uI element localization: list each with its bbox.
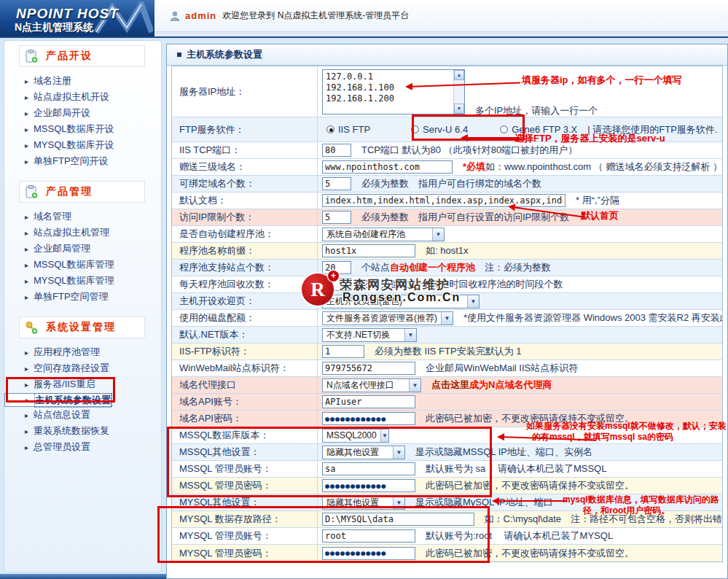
chevron-down-icon[interactable]: ▼ (380, 430, 388, 442)
textarea-scrollbar[interactable]: ▲▼ (453, 70, 464, 114)
sidebar-item[interactable]: ▸域名注册 (4, 73, 161, 89)
dropdown-select[interactable]: 不支持.NET切换▼ (322, 328, 417, 342)
sidebar-item-label: 企业邮局管理 (34, 242, 90, 255)
sidebar-item[interactable]: ▸企业邮局开设 (4, 105, 161, 121)
table-row: WinWebMail站点标识符：企业邮局WinWebMail IIS站点标识符 (172, 360, 722, 377)
text-input[interactable] (322, 211, 351, 224)
server-ip-textarea[interactable]: 127.0.0.1 192.168.1.100 192.168.1.200 (322, 69, 465, 114)
sidebar-item-label: 主机系统参数设置 (34, 393, 111, 408)
sidebar-item[interactable]: ▸企业邮局管理 (4, 241, 161, 257)
field-note: * 用“,”分隔 (576, 194, 619, 207)
radio-button-icon[interactable] (500, 125, 508, 133)
scroll-up-icon[interactable]: ▲ (454, 70, 464, 80)
bullet-icon: ▸ (25, 349, 28, 357)
table-row: 赠送三级域名：*必填 如：www.npointhost.com （ 赠送域名必须… (172, 159, 722, 176)
password-input[interactable] (322, 547, 415, 560)
sidebar-item[interactable]: ▸域名管理 (4, 209, 161, 225)
sidebar-item-label: 重装系统数据恢复 (34, 424, 109, 438)
field-control-cell: 文件服务器资源管理器(推荐)▼*使用文件服务器资源管理器 Windows 200… (318, 310, 722, 326)
bullet-icon: ▸ (26, 396, 29, 404)
title-bullet-icon (177, 53, 181, 57)
field-label: MSSQL 管理员账号： (172, 461, 318, 477)
text-input[interactable] (322, 529, 415, 543)
scroll-down-icon[interactable]: ▼ (454, 104, 464, 114)
field-control-cell: TCP端口 默认为80 （此项针对80端口被封的用户） (318, 142, 722, 158)
field-label: 程序池名称前缀： (172, 243, 318, 259)
chevron-down-icon[interactable]: ▼ (432, 228, 444, 241)
password-input[interactable] (322, 479, 415, 492)
text-input[interactable] (322, 177, 351, 190)
sidebar-item[interactable]: ▸MSSQL数据库管理 (4, 257, 161, 273)
chevron-down-icon[interactable]: ▼ (393, 446, 404, 459)
field-note: 默认账号为:root 请确认本机已装了MYSQL (426, 529, 613, 543)
field-label: IIS TCP端口： (172, 142, 318, 158)
field-control-cell: 必须为整数 指每天定时回收程序池的时间段个数 (318, 276, 722, 292)
sidebar-item[interactable]: ▸空间存放路径设置 (4, 360, 161, 376)
sidebar-item[interactable]: ▸MSSQL数据库开设 (4, 121, 161, 137)
text-input[interactable] (322, 345, 364, 358)
table-row: MSSQL数据库版本：MSSQL2000▼ (172, 427, 722, 444)
table-row: MSSQL 管理员账号：默认账号为 sa 请确认本机已装了MSSQL (172, 461, 722, 478)
table-row: 可绑定域名个数：必须为整数 指用户可自行绑定的域名个数 (172, 176, 722, 193)
sidebar-item[interactable]: ▸站点信息设置 (4, 407, 161, 423)
radio-option[interactable]: IIS FTP (326, 124, 370, 135)
dropdown-select[interactable]: 主机开设页面(蓝色)▼ (322, 295, 480, 308)
welcome-text: 欢迎您登录到 N点虚拟主机管理系统-管理员平台 (222, 9, 409, 22)
text-input[interactable] (322, 278, 351, 291)
chevron-down-icon[interactable]: ▼ (404, 329, 416, 341)
sidebar-item[interactable]: ▸站点虚拟主机开设 (4, 89, 161, 105)
bullet-icon: ▸ (25, 245, 28, 253)
sidebar-item[interactable]: ▸站点虚拟主机管理 (4, 225, 161, 241)
field-note: 显示或隐藏MySQL IP地址、端口 (415, 496, 553, 509)
chevron-down-icon[interactable]: ▼ (441, 312, 453, 325)
table-row: 程序池名称前缀：如: host1x (172, 243, 722, 260)
chevron-down-icon[interactable]: ▼ (409, 379, 420, 392)
dropdown-select[interactable]: 系统自动创建程序池▼ (322, 228, 445, 241)
dropdown-select[interactable]: 文件服务器资源管理器(推荐)▼ (322, 311, 453, 325)
text-input[interactable] (322, 261, 351, 274)
text-input[interactable] (322, 194, 565, 207)
sidebar-item[interactable]: ▸单独FTP空间管理 (4, 289, 161, 305)
chevron-down-icon[interactable]: ▼ (393, 497, 404, 509)
password-input[interactable] (322, 412, 415, 425)
sidebar-item[interactable]: ▸总管理员设置 (4, 439, 161, 455)
radio-option[interactable]: Serv-U 6.4 (411, 124, 468, 135)
text-input[interactable] (322, 244, 415, 257)
sidebar-item[interactable]: ▸主机系统参数设置 (4, 393, 112, 407)
field-label: 域名API密码： (172, 411, 318, 427)
field-note: 必须为整数 指每天定时回收程序池的时间段个数 (361, 278, 563, 291)
dropdown-value: 隐藏其他设置 (323, 446, 383, 459)
sidebar-item[interactable]: ▸重装系统数据恢复 (4, 423, 161, 439)
sidebar-item[interactable]: ▸应用程序池管理 (4, 344, 161, 360)
dropdown-select[interactable]: 隐藏其他设置▼ (322, 446, 405, 459)
radio-button-icon[interactable] (411, 125, 419, 133)
dropdown-select[interactable]: N点域名代理接口▼ (322, 378, 421, 392)
bullet-icon: ▸ (25, 229, 28, 237)
sidebar-item-label: 单独FTP空间开设 (34, 155, 109, 168)
text-input[interactable] (322, 513, 474, 526)
sidebar-section-title: 产品管理 (46, 185, 93, 198)
text-input[interactable] (322, 395, 415, 408)
bullet-icon: ▸ (25, 261, 28, 269)
table-row: MSSQL 管理员密码：此密码已被加密，不更改密码请保持不变或留空。 (172, 478, 722, 494)
table-row: MSSQL其他设置：隐藏其他设置▼显示或隐藏MSSQL IP地址、端口、实例名 (172, 444, 722, 461)
field-control-cell: * 用“,”分隔 (318, 193, 722, 209)
radio-button-icon[interactable] (326, 125, 334, 133)
sidebar-item[interactable]: ▸MYSQL数据库管理 (4, 273, 161, 289)
table-row: 是否自动创建程序池：系统自动创建程序池▼ (172, 226, 722, 243)
field-label: 是否自动创建程序池： (172, 226, 318, 242)
text-input[interactable] (322, 160, 453, 174)
chevron-down-icon[interactable]: ▼ (467, 295, 479, 308)
sidebar-item-label: 域名管理 (34, 210, 71, 223)
text-input[interactable] (322, 144, 351, 157)
field-control-cell: 系统自动创建程序池▼ (318, 226, 722, 242)
radio-option[interactable]: Gene6 FTP 3.X (500, 124, 577, 135)
sidebar-item[interactable]: ▸单独FTP空间开设 (4, 153, 161, 169)
dropdown-select[interactable]: 隐藏其他设置▼ (322, 496, 405, 510)
sidebar-item[interactable]: ▸MYSQL数据库开设 (4, 137, 161, 153)
text-input[interactable] (322, 362, 415, 375)
sidebar-item[interactable]: ▸服务器/IIS重启 (4, 376, 161, 392)
dropdown-select[interactable]: MSSQL2000▼ (322, 429, 389, 443)
field-note: TCP端口 默认为80 （此项针对80端口被封的用户） (361, 144, 577, 157)
text-input[interactable] (322, 462, 415, 475)
